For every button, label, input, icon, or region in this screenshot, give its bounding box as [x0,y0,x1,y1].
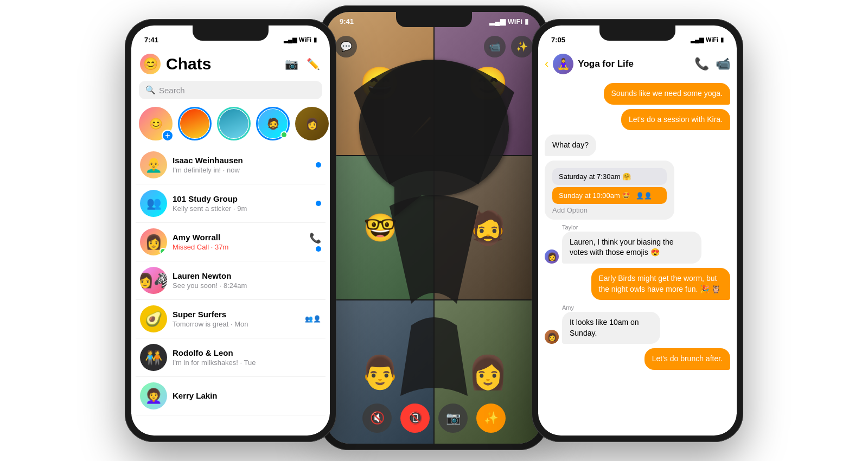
chat-avatar-study: 👥 [140,190,167,217]
chat-name: Isaac Weinhausen [173,156,310,165]
message-row: Saturday at 7:30am 🤗 Sunday at 10:00am 🤩… [545,161,730,220]
story-4[interactable]: 👩 [295,107,329,140]
chat-item[interactable]: 👩 Amy Worrall Missed Call · 37m 📞 [136,223,326,261]
message-row: Let's do brunch after. [545,348,730,370]
phone-left: 7:41 ▂▄▆ WiFi ▮ 😊 Chats 📷 ✏️ 🔍 Search [125,19,336,442]
video-tile-1: 😄 [327,12,433,155]
effects-button[interactable]: ✨ [476,404,506,433]
message-row: What day? [545,135,730,156]
chat-name: Super Surfers [173,310,299,319]
mute-button[interactable]: 🔇 [362,404,392,433]
add-story[interactable]: 😊 + [139,107,173,140]
chat-item[interactable]: 👥 101 Study Group Kelly sent a sticker ·… [136,184,326,223]
message-with-avatar: 👩 It looks like 10am on Sunday. [545,312,676,344]
chat-avatar-rodolfo: 🧑‍🤝‍🧑 [140,344,167,371]
chats-header: 😊 Chats 📷 ✏️ [131,49,330,79]
group-icons: 👥👤 [305,315,321,323]
message-sender-taylor: Taylor [545,224,578,230]
video-call-screen: 😄 😊 🤓 🧔 👨 👩 [327,12,541,444]
battery-icon: ▮ [314,36,317,43]
chat-meta: 📞 [309,232,321,252]
user-avatar[interactable]: 😊 [140,54,161,74]
amy-avatar: 👩 [545,330,559,344]
message-bubble-sent: Early Birds might get the worm, but the … [591,268,731,300]
add-story-icon: + [162,130,174,142]
chat-info-rodolfo: Rodolfo & Leon I'm in for milkshakes! · … [173,348,321,367]
chat-preview: I'm in for milkshakes! · Tue [173,358,321,367]
group-chat-avatar: 🧘‍♀️ [553,54,573,74]
poll-widget: Saturday at 7:30am 🤗 Sunday at 10:00am 🤩… [545,161,674,220]
call-effects-button[interactable]: ✨ [511,36,533,57]
wifi-icon-r: WiFi [706,36,718,43]
message-sender-amy: Amy [545,304,574,311]
messages-area: Sounds like we need some yoga. Let's do … [538,79,737,434]
chat-preview-missed: Missed Call · 37m [173,243,304,251]
camera-button[interactable]: 📷 [283,56,299,72]
video-call-button[interactable]: 📹 [716,57,730,71]
story-2[interactable] [217,107,251,140]
story-1[interactable] [178,107,212,140]
signal-icon: ▂▄▆ [284,36,297,43]
time-right: 7:05 [551,36,565,44]
phone-call-button[interactable]: 📞 [694,57,709,71]
call-video-button[interactable]: 📹 [484,36,506,57]
unread-indicator [316,201,321,206]
chat-meta [316,162,321,168]
message-bubble-taylor: Lauren, I think your biasing the votes w… [562,232,701,264]
message-bubble-sent: Sounds like we need some yoga. [604,83,730,105]
status-icons-left: ▂▄▆ WiFi ▮ [284,36,317,43]
back-button[interactable]: ‹ [545,57,548,71]
message-row: Early Birds might get the worm, but the … [545,268,730,300]
end-call-button[interactable]: 📵 [400,404,430,433]
chat-preview: Tomorrow is great · Mon [173,320,299,328]
chat-name: 101 Study Group [173,194,310,203]
call-chat-button[interactable]: 💬 [335,36,357,57]
phone-middle: 😄 😊 🤓 🧔 👨 👩 [320,5,548,450]
time-middle: 9:41 [340,17,354,25]
chats-title: Chats [166,55,278,73]
add-poll-option[interactable]: Add Option [552,206,667,214]
status-bar-middle: 9:41 ▂▄▆ WiFi ▮ [340,17,528,25]
video-tile-3: 🤓 [327,156,433,299]
unread-indicator [316,162,321,168]
chat-avatar-surfers: 🥑 [140,305,167,332]
poll-option-text: Sunday at 10:00am 🤩 [559,191,630,200]
time-left: 7:41 [144,36,158,44]
chat-item[interactable]: 👨‍🦲 Isaac Weinhausen I'm definitely in! … [136,146,326,184]
chat-info-kerry: Kerry Lakin [173,391,321,401]
wifi-icon-m: WiFi [508,17,522,25]
chat-item[interactable]: 👩‍🦱 Kerry Lakin [136,377,326,415]
signal-icon-r: ▂▄▆ [691,36,704,43]
story-3[interactable]: 🧔 [256,107,290,140]
search-placeholder: Search [159,86,185,95]
taylor-avatar: 👩 [545,249,559,264]
message-row: Sounds like we need some yoga. [545,83,730,105]
poll-option[interactable]: Saturday at 7:30am 🤗 [552,168,667,185]
call-controls: 🔇 📵 📷 ✨ [327,404,541,433]
chat-item[interactable]: 🥑 Super Surfers Tomorrow is great · Mon … [136,300,326,338]
call-top-bar: 💬 📹 ✨ [327,36,541,57]
chat-item[interactable]: 🧑‍🤝‍🧑 Rodolfo & Leon I'm in for milkshak… [136,338,326,377]
wifi-icon: WiFi [299,36,311,43]
message-with-avatar: 👩 Lauren, I think your biasing the votes… [545,232,730,264]
chat-name: Rodolfo & Leon [173,348,321,357]
chat-info-lauren: Lauren Newton See you soon! · 8:24am [173,271,321,290]
chat-name: Kerry Lakin [173,391,321,400]
message-bubble-received: What day? [545,135,596,156]
stories-row: 😊 + 🧔 👩 🧑 [131,104,330,146]
message-row: Taylor 👩 Lauren, I think your biasing th… [545,224,730,264]
header-actions: 📞 📹 [694,57,730,71]
compose-button[interactable]: ✏️ [305,56,321,72]
poll-option-selected[interactable]: Sunday at 10:00am 🤩 👤👤 [552,187,667,204]
chat-meta [316,201,321,206]
search-bar[interactable]: 🔍 Search [139,81,322,99]
poll-voter-icons: 👤👤 [636,192,652,200]
search-icon: 🔍 [145,85,156,95]
chat-preview: I'm definitely in! · now [173,166,310,174]
message-bubble-sent-final: Let's do brunch after. [644,348,730,370]
camera-button-call[interactable]: 📷 [438,404,468,433]
message-bubble-sent: Let's do a session with Kira. [621,109,730,131]
chat-item[interactable]: 👩‍🦓 Lauren Newton See you soon! · 8:24am [136,261,326,300]
status-icons-right: ▂▄▆ WiFi ▮ [691,36,724,43]
group-chat-name: Yoga for Life [578,59,690,69]
